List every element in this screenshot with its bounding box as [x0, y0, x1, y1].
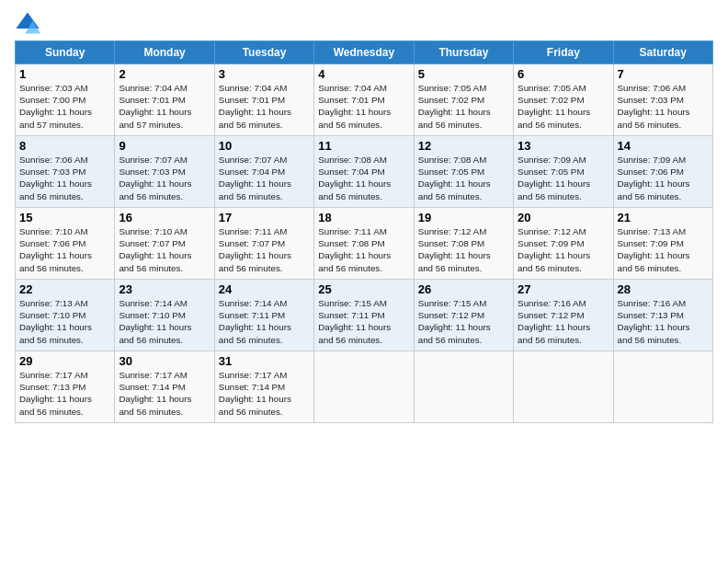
day-number: 27: [518, 282, 609, 296]
calendar-cell: 26Sunrise: 7:15 AM Sunset: 7:12 PM Dayli…: [414, 280, 513, 351]
week-row-2: 8Sunrise: 7:06 AM Sunset: 7:03 PM Daylig…: [16, 136, 713, 208]
weekday-friday: Friday: [514, 41, 613, 64]
calendar-cell: 18Sunrise: 7:11 AM Sunset: 7:08 PM Dayli…: [314, 208, 414, 280]
calendar-cell: 10Sunrise: 7:07 AM Sunset: 7:04 PM Dayli…: [214, 136, 313, 208]
day-info: Sunrise: 7:17 AM Sunset: 7:14 PM Dayligh…: [119, 369, 210, 418]
day-number: 1: [19, 67, 110, 81]
day-number: 10: [219, 139, 310, 153]
calendar-cell: 28Sunrise: 7:16 AM Sunset: 7:13 PM Dayli…: [613, 280, 712, 351]
calendar-cell: 5Sunrise: 7:05 AM Sunset: 7:02 PM Daylig…: [414, 64, 513, 136]
day-number: 9: [119, 139, 210, 153]
weekday-header-row: SundayMondayTuesdayWednesdayThursdayFrid…: [16, 41, 713, 64]
day-info: Sunrise: 7:13 AM Sunset: 7:09 PM Dayligh…: [618, 225, 709, 274]
week-row-3: 15Sunrise: 7:10 AM Sunset: 7:06 PM Dayli…: [16, 208, 713, 280]
week-row-1: 1Sunrise: 7:03 AM Sunset: 7:00 PM Daylig…: [16, 64, 713, 136]
week-row-5: 29Sunrise: 7:17 AM Sunset: 7:13 PM Dayli…: [16, 351, 713, 423]
calendar-cell: 7Sunrise: 7:06 AM Sunset: 7:03 PM Daylig…: [613, 64, 712, 136]
calendar-cell: 20Sunrise: 7:12 AM Sunset: 7:09 PM Dayli…: [514, 208, 613, 280]
calendar-cell: 21Sunrise: 7:13 AM Sunset: 7:09 PM Dayli…: [613, 208, 712, 280]
calendar-cell: 16Sunrise: 7:10 AM Sunset: 7:07 PM Dayli…: [115, 208, 214, 280]
day-info: Sunrise: 7:15 AM Sunset: 7:11 PM Dayligh…: [318, 297, 409, 346]
calendar-cell: [613, 351, 712, 423]
logo-icon: [15, 9, 40, 35]
day-info: Sunrise: 7:08 AM Sunset: 7:05 PM Dayligh…: [418, 154, 509, 202]
day-number: 16: [119, 211, 210, 224]
calendar-cell: 8Sunrise: 7:06 AM Sunset: 7:03 PM Daylig…: [16, 136, 115, 208]
day-number: 26: [418, 282, 509, 296]
calendar-cell: 17Sunrise: 7:11 AM Sunset: 7:07 PM Dayli…: [214, 208, 313, 280]
day-number: 29: [19, 354, 110, 368]
week-row-4: 22Sunrise: 7:13 AM Sunset: 7:10 PM Dayli…: [16, 280, 713, 351]
day-info: Sunrise: 7:08 AM Sunset: 7:04 PM Dayligh…: [318, 154, 409, 202]
day-number: 2: [119, 67, 210, 81]
day-number: 18: [318, 211, 409, 224]
day-number: 12: [418, 139, 509, 153]
calendar-cell: 19Sunrise: 7:12 AM Sunset: 7:08 PM Dayli…: [414, 208, 513, 280]
calendar-cell: 4Sunrise: 7:04 AM Sunset: 7:01 PM Daylig…: [314, 64, 414, 136]
day-number: 15: [19, 211, 110, 224]
weekday-wednesday: Wednesday: [314, 41, 414, 64]
day-number: 25: [318, 282, 409, 296]
calendar-cell: 1Sunrise: 7:03 AM Sunset: 7:00 PM Daylig…: [16, 64, 115, 136]
day-info: Sunrise: 7:09 AM Sunset: 7:06 PM Dayligh…: [618, 154, 709, 202]
calendar-cell: 6Sunrise: 7:05 AM Sunset: 7:02 PM Daylig…: [514, 64, 613, 136]
weekday-thursday: Thursday: [414, 41, 513, 64]
calendar-cell: [414, 351, 513, 423]
weekday-tuesday: Tuesday: [214, 41, 313, 64]
day-number: 3: [219, 67, 310, 81]
day-info: Sunrise: 7:17 AM Sunset: 7:13 PM Dayligh…: [19, 369, 110, 418]
day-info: Sunrise: 7:13 AM Sunset: 7:10 PM Dayligh…: [19, 297, 110, 346]
day-number: 8: [19, 139, 110, 153]
day-number: 7: [618, 67, 709, 81]
day-number: 17: [219, 211, 310, 224]
header-area: [15, 9, 713, 35]
day-info: Sunrise: 7:07 AM Sunset: 7:03 PM Dayligh…: [119, 154, 210, 202]
day-number: 19: [418, 211, 509, 224]
day-info: Sunrise: 7:14 AM Sunset: 7:11 PM Dayligh…: [219, 297, 310, 346]
day-number: 23: [119, 282, 210, 296]
day-info: Sunrise: 7:16 AM Sunset: 7:13 PM Dayligh…: [618, 297, 709, 346]
day-info: Sunrise: 7:04 AM Sunset: 7:01 PM Dayligh…: [119, 82, 210, 131]
logo: [15, 9, 44, 35]
day-info: Sunrise: 7:10 AM Sunset: 7:07 PM Dayligh…: [119, 225, 210, 274]
day-info: Sunrise: 7:16 AM Sunset: 7:12 PM Dayligh…: [518, 297, 609, 346]
day-number: 31: [219, 354, 310, 368]
page: SundayMondayTuesdayWednesdayThursdayFrid…: [0, 0, 728, 563]
day-number: 13: [518, 139, 609, 153]
day-number: 11: [318, 139, 409, 153]
calendar-cell: 12Sunrise: 7:08 AM Sunset: 7:05 PM Dayli…: [414, 136, 513, 208]
day-number: 22: [19, 282, 110, 296]
day-number: 28: [618, 282, 709, 296]
day-number: 24: [219, 282, 310, 296]
day-number: 20: [518, 211, 609, 224]
day-number: 30: [119, 354, 210, 368]
day-info: Sunrise: 7:12 AM Sunset: 7:09 PM Dayligh…: [518, 225, 609, 274]
calendar-cell: 9Sunrise: 7:07 AM Sunset: 7:03 PM Daylig…: [115, 136, 214, 208]
day-number: 4: [318, 67, 409, 81]
calendar-cell: 31Sunrise: 7:17 AM Sunset: 7:14 PM Dayli…: [214, 351, 313, 423]
calendar-cell: 27Sunrise: 7:16 AM Sunset: 7:12 PM Dayli…: [514, 280, 613, 351]
day-info: Sunrise: 7:04 AM Sunset: 7:01 PM Dayligh…: [219, 82, 310, 131]
calendar-cell: [314, 351, 414, 423]
calendar-cell: 3Sunrise: 7:04 AM Sunset: 7:01 PM Daylig…: [214, 64, 313, 136]
calendar-cell: 22Sunrise: 7:13 AM Sunset: 7:10 PM Dayli…: [16, 280, 115, 351]
weekday-sunday: Sunday: [16, 41, 115, 64]
calendar-cell: 23Sunrise: 7:14 AM Sunset: 7:10 PM Dayli…: [115, 280, 214, 351]
calendar-cell: 24Sunrise: 7:14 AM Sunset: 7:11 PM Dayli…: [214, 280, 313, 351]
calendar-cell: [514, 351, 613, 423]
day-info: Sunrise: 7:10 AM Sunset: 7:06 PM Dayligh…: [19, 225, 110, 274]
day-info: Sunrise: 7:17 AM Sunset: 7:14 PM Dayligh…: [219, 369, 310, 418]
day-info: Sunrise: 7:05 AM Sunset: 7:02 PM Dayligh…: [518, 82, 609, 131]
calendar-cell: 11Sunrise: 7:08 AM Sunset: 7:04 PM Dayli…: [314, 136, 414, 208]
calendar-cell: 13Sunrise: 7:09 AM Sunset: 7:05 PM Dayli…: [514, 136, 613, 208]
day-info: Sunrise: 7:14 AM Sunset: 7:10 PM Dayligh…: [119, 297, 210, 346]
day-info: Sunrise: 7:06 AM Sunset: 7:03 PM Dayligh…: [618, 82, 709, 131]
day-info: Sunrise: 7:06 AM Sunset: 7:03 PM Dayligh…: [19, 154, 110, 202]
day-info: Sunrise: 7:11 AM Sunset: 7:07 PM Dayligh…: [219, 225, 310, 274]
weekday-monday: Monday: [115, 41, 214, 64]
day-info: Sunrise: 7:04 AM Sunset: 7:01 PM Dayligh…: [318, 82, 409, 131]
day-info: Sunrise: 7:05 AM Sunset: 7:02 PM Dayligh…: [418, 82, 509, 131]
day-info: Sunrise: 7:12 AM Sunset: 7:08 PM Dayligh…: [418, 225, 509, 274]
day-info: Sunrise: 7:09 AM Sunset: 7:05 PM Dayligh…: [518, 154, 609, 202]
calendar-cell: 14Sunrise: 7:09 AM Sunset: 7:06 PM Dayli…: [613, 136, 712, 208]
